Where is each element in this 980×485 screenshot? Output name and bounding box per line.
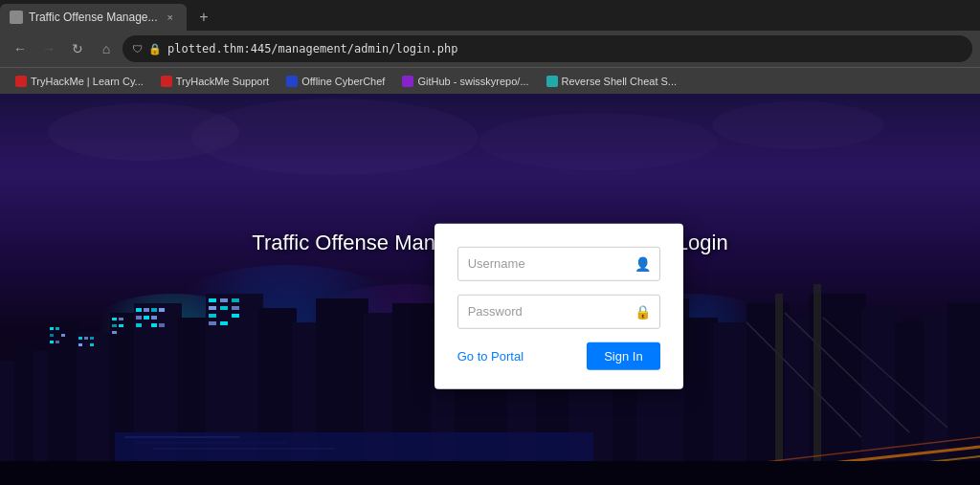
svg-rect-45 [112, 331, 117, 334]
tab-bar: Traffic Offense Manage... × + [0, 0, 980, 31]
svg-rect-53 [136, 323, 142, 327]
svg-rect-21 [684, 318, 718, 485]
svg-rect-23 [746, 303, 790, 485]
nav-bar: ← → ↻ ⌂ 🛡 🔒 plotted.thm:445/management/a… [0, 31, 980, 67]
svg-rect-41 [112, 318, 117, 320]
bookmarks-bar: TryHackMe | Learn Cy... TryHackMe Suppor… [0, 67, 980, 94]
username-group: 👤 [457, 246, 660, 280]
svg-rect-37 [84, 337, 88, 340]
bookmark-cyberchef[interactable]: Offline CyberChef [278, 74, 392, 89]
svg-rect-50 [136, 316, 142, 320]
lock-icon: 🔒 [148, 43, 162, 55]
svg-rect-34 [50, 341, 54, 343]
svg-rect-32 [50, 334, 54, 337]
security-icon: 🛡 [132, 43, 143, 55]
bookmark-favicon-5 [546, 76, 558, 87]
svg-rect-58 [232, 298, 239, 302]
tab-title: Traffic Offense Manage... [29, 11, 158, 24]
tab-close-button[interactable]: × [164, 10, 177, 25]
svg-rect-42 [119, 318, 123, 320]
bookmark-label-4: GitHub - swisskyrepo/... [417, 76, 528, 87]
svg-rect-38 [90, 337, 94, 340]
svg-rect-62 [209, 314, 216, 318]
bookmark-label-1: TryHackMe | Learn Cy... [31, 76, 144, 87]
forward-button[interactable]: → [36, 36, 61, 61]
username-input[interactable] [457, 246, 660, 280]
cloud-3 [479, 113, 718, 170]
svg-rect-49 [159, 308, 165, 312]
bookmark-reverse-shell[interactable]: Reverse Shell Cheat S... [539, 74, 684, 89]
svg-rect-44 [119, 324, 123, 327]
svg-rect-52 [151, 316, 157, 320]
bookmark-favicon-1 [15, 76, 27, 87]
svg-rect-40 [90, 343, 94, 346]
lock-icon: 🔒 [635, 303, 651, 319]
bookmark-github[interactable]: GitHub - swisskyrepo/... [394, 74, 536, 89]
svg-rect-31 [56, 327, 59, 330]
new-tab-button[interactable]: + [190, 4, 217, 31]
address-text: plotted.thm:445/management/admin/login.p… [167, 42, 963, 55]
svg-rect-59 [209, 306, 216, 310]
user-icon: 👤 [635, 255, 651, 271]
sign-in-button[interactable]: Sign In [587, 342, 659, 369]
bookmark-favicon-3 [286, 76, 298, 87]
svg-rect-47 [144, 308, 149, 312]
browser-chrome: Traffic Offense Manage... × + ← → ↻ ⌂ 🛡 … [0, 0, 980, 94]
cloud-2 [191, 99, 479, 175]
bookmark-tryhackme[interactable]: TryHackMe | Learn Cy... [8, 74, 151, 89]
bookmark-tryhackme-support[interactable]: TryHackMe Support [153, 74, 277, 89]
svg-rect-78 [0, 461, 980, 485]
bookmark-label-3: Offline CyberChef [301, 76, 385, 87]
svg-rect-30 [50, 327, 54, 330]
refresh-button[interactable]: ↻ [65, 36, 90, 61]
svg-rect-27 [895, 322, 928, 485]
svg-rect-3 [48, 322, 81, 485]
bookmark-label-5: Reverse Shell Cheat S... [562, 76, 677, 87]
tab-filler [217, 4, 980, 31]
password-input[interactable] [457, 294, 660, 328]
svg-rect-56 [209, 298, 216, 302]
svg-rect-54 [151, 323, 157, 327]
bookmark-label-2: TryHackMe Support [176, 76, 269, 87]
login-card: 👤 🔒 Go to Portal Sign In [434, 223, 683, 388]
go-to-portal-link[interactable]: Go to Portal [457, 348, 523, 363]
password-group: 🔒 [457, 294, 660, 328]
svg-rect-39 [78, 343, 82, 346]
svg-rect-65 [220, 321, 228, 325]
page-content: Traffic Offense Management System - Admi… [0, 94, 980, 485]
tab-favicon [10, 11, 23, 24]
active-tab[interactable]: Traffic Offense Manage... × [0, 4, 187, 31]
svg-rect-64 [209, 321, 216, 325]
svg-rect-57 [220, 298, 228, 302]
svg-rect-46 [136, 308, 142, 312]
svg-rect-33 [61, 334, 65, 337]
card-footer: Go to Portal Sign In [457, 342, 660, 369]
svg-rect-22 [713, 322, 751, 485]
svg-rect-43 [112, 324, 117, 327]
svg-rect-63 [232, 314, 239, 318]
svg-rect-35 [56, 341, 59, 343]
cloud-4 [712, 101, 884, 149]
home-button[interactable]: ⌂ [94, 36, 119, 61]
svg-rect-55 [159, 323, 165, 327]
back-button[interactable]: ← [8, 36, 33, 61]
svg-rect-48 [151, 308, 157, 312]
svg-rect-51 [144, 316, 149, 320]
svg-rect-60 [220, 306, 228, 310]
svg-rect-61 [232, 306, 239, 310]
svg-rect-36 [78, 337, 82, 340]
bookmark-favicon-2 [161, 76, 172, 87]
svg-rect-73 [775, 294, 783, 485]
address-bar[interactable]: 🛡 🔒 plotted.thm:445/management/admin/log… [122, 35, 972, 62]
bookmark-favicon-4 [402, 76, 413, 87]
